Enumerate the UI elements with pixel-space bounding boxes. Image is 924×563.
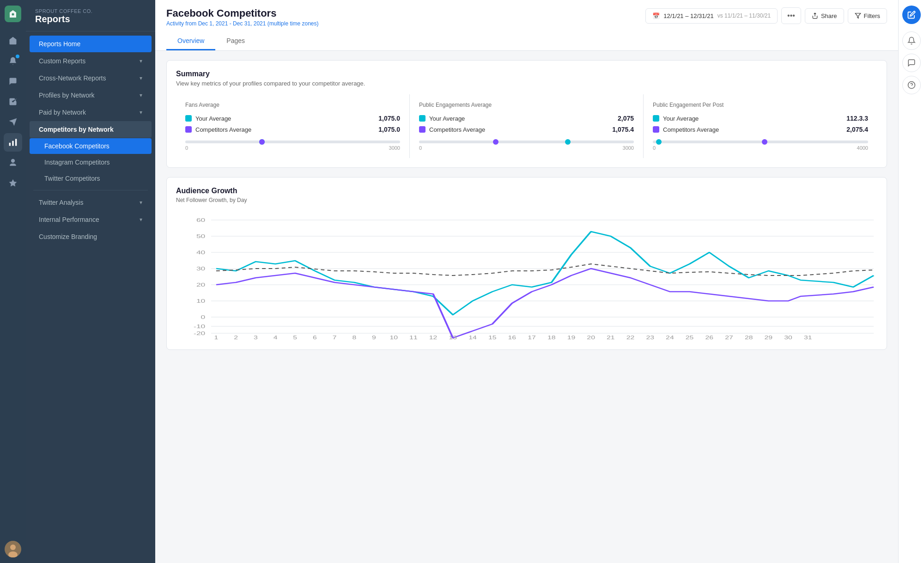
sidebar-item-cross-network[interactable]: Cross-Network Reports ▾ [30, 70, 152, 86]
nav-icon-notifications[interactable] [4, 52, 22, 70]
legend-comp: Competitors Average [185, 126, 251, 133]
comp-value: 1,075.4 [612, 126, 634, 133]
nav-icon-star[interactable] [4, 174, 22, 192]
svg-text:30: 30 [784, 335, 792, 340]
svg-text:29: 29 [765, 335, 773, 340]
user-avatar[interactable] [5, 541, 21, 557]
svg-text:21: 21 [607, 335, 615, 340]
sidebar-item-internal-performance[interactable]: Internal Performance ▾ [30, 211, 152, 228]
chart-area: 60 50 40 30 20 10 0 -10 -20 1 [176, 211, 877, 340]
compose-button[interactable] [902, 6, 921, 24]
teal-line [216, 232, 874, 315]
svg-text:25: 25 [686, 335, 694, 340]
legend-your: Your Average [419, 115, 465, 122]
sidebar-item-profiles-by-network[interactable]: Profiles by Network ▾ [30, 87, 152, 104]
sidebar-item-twitter-analysis[interactable]: Twitter Analysis ▾ [30, 194, 152, 211]
svg-point-6 [10, 545, 16, 550]
summary-grid: Fans Average Your Average 1,075.0 Compet… [176, 94, 877, 158]
metric-row-your: Your Average 2,075 [419, 115, 634, 122]
metric-bar: 0 3000 [419, 141, 634, 151]
legend-comp: Competitors Average [653, 126, 719, 133]
share-icon [812, 12, 818, 19]
bar-labels: 0 4000 [653, 145, 868, 151]
your-label: Your Average [663, 115, 699, 122]
sidebar-item-custom-reports[interactable]: Custom Reports ▾ [30, 53, 152, 69]
nav-icon-automation[interactable] [4, 153, 22, 172]
chevron-down-icon: ▾ [140, 216, 142, 223]
legend-your: Your Average [653, 115, 699, 122]
metric-fans-average: Fans Average Your Average 1,075.0 Compet… [176, 94, 410, 158]
sidebar-item-paid-by-network[interactable]: Paid by Network ▾ [30, 104, 152, 121]
comp-label: Competitors Average [663, 126, 719, 133]
svg-text:30: 30 [196, 266, 205, 271]
svg-text:6: 6 [313, 335, 317, 340]
teal-dot [653, 115, 659, 122]
header-top: Facebook Competitors Activity from Dec 1… [166, 7, 887, 27]
svg-text:50: 50 [196, 233, 205, 239]
bar-labels: 0 3000 [185, 145, 400, 151]
sidebar-item-label: Facebook Competitors [44, 142, 109, 150]
svg-text:12: 12 [429, 335, 438, 340]
nav-icon-tasks[interactable] [4, 92, 22, 111]
your-label: Your Average [429, 115, 465, 122]
sidebar-item-label: Internal Performance [39, 216, 99, 223]
more-options-button[interactable]: ••• [781, 7, 801, 24]
metric-label: Fans Average [185, 102, 400, 108]
svg-text:15: 15 [488, 335, 497, 340]
date-range-button[interactable]: 📅 12/1/21 – 12/31/21 vs 11/1/21 – 11/30/… [645, 8, 778, 24]
svg-text:9: 9 [372, 335, 376, 340]
sidebar-item-reports-home[interactable]: Reports Home [30, 36, 152, 52]
nav-icon-home[interactable] [4, 31, 22, 50]
your-bar-marker [656, 139, 662, 145]
chevron-down-icon: ▾ [140, 109, 142, 116]
teal-dot [419, 115, 426, 122]
tab-pages[interactable]: Pages [215, 32, 256, 50]
svg-rect-3 [9, 143, 11, 146]
chevron-down-icon: ▾ [140, 58, 142, 64]
tabs: Overview Pages [166, 32, 887, 50]
notification-bell-icon[interactable] [902, 31, 921, 50]
help-icon[interactable] [902, 76, 921, 94]
subtitle-link[interactable]: multiple [269, 20, 288, 27]
sidebar-item-customize-branding[interactable]: Customize Branding [30, 228, 152, 245]
svg-text:-10: -10 [194, 324, 205, 329]
svg-text:26: 26 [705, 335, 714, 340]
sidebar-item-label: Twitter Competitors [44, 175, 100, 182]
tab-overview[interactable]: Overview [166, 32, 215, 50]
comp-label: Competitors Average [429, 126, 485, 133]
svg-text:5: 5 [293, 335, 297, 340]
sidebar-item-facebook-competitors[interactable]: Facebook Competitors [30, 138, 152, 154]
svg-text:19: 19 [567, 335, 576, 340]
svg-marker-8 [855, 13, 861, 18]
calendar-icon: 📅 [652, 12, 660, 19]
svg-text:10: 10 [389, 335, 398, 340]
bar-labels: 0 3000 [419, 145, 634, 151]
metric-bar: 0 3000 [185, 141, 400, 151]
sidebar-item-competitors-by-network[interactable]: Competitors by Network [30, 121, 152, 138]
filters-button[interactable]: Filters [848, 8, 887, 24]
filter-icon [855, 12, 861, 19]
main-content: Facebook Competitors Activity from Dec 1… [155, 0, 898, 563]
purple-line [216, 269, 874, 338]
nav-icon-publish[interactable] [4, 113, 22, 131]
summary-card: Summary View key metrics of your profile… [166, 60, 887, 168]
nav-icon-reports[interactable] [4, 133, 22, 152]
nav-icon-messages[interactable] [4, 72, 22, 91]
sidebar-item-twitter-competitors[interactable]: Twitter Competitors [30, 171, 152, 186]
sidebar: Sprout Coffee Co. Reports Reports Home C… [26, 0, 155, 563]
icon-rail [0, 0, 26, 563]
svg-text:23: 23 [646, 335, 654, 340]
app-logo[interactable] [5, 6, 21, 22]
svg-text:20: 20 [587, 335, 595, 340]
svg-text:14: 14 [468, 335, 477, 340]
share-button[interactable]: Share [805, 8, 844, 24]
svg-text:60: 60 [196, 217, 205, 223]
sidebar-item-label: Twitter Analysis [39, 199, 83, 206]
summary-title: Summary [176, 70, 877, 78]
svg-text:22: 22 [626, 335, 635, 340]
your-value: 2,075 [618, 115, 634, 122]
svg-text:28: 28 [745, 335, 753, 340]
sidebar-item-instagram-competitors[interactable]: Instagram Competitors [30, 154, 152, 170]
filters-label: Filters [864, 12, 880, 19]
chat-icon[interactable] [902, 54, 921, 72]
